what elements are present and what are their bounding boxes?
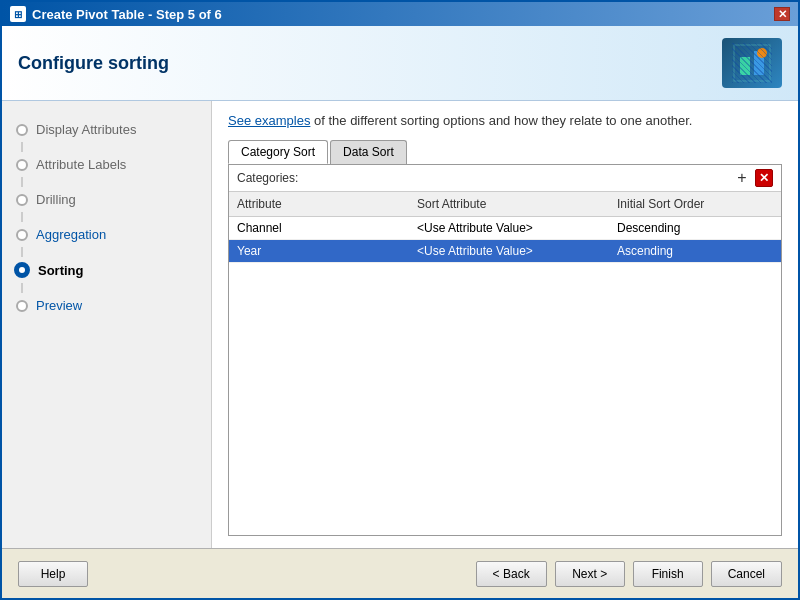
step-connector-4: [21, 247, 23, 257]
step-dot-attribute-labels: [16, 159, 28, 171]
svg-rect-2: [754, 51, 764, 75]
table-container: Categories: + ✕ Attribute Sort Attribute…: [228, 164, 782, 536]
see-examples-link[interactable]: See examples: [228, 113, 310, 128]
title-bar: ⊞ Create Pivot Table - Step 5 of 6 ✕: [2, 2, 798, 26]
step-connector-5: [21, 283, 23, 293]
next-button[interactable]: Next >: [555, 561, 625, 587]
table-header-row: Categories: + ✕: [229, 165, 781, 192]
title-bar-left: ⊞ Create Pivot Table - Step 5 of 6: [10, 6, 222, 22]
svg-rect-0: [734, 45, 770, 81]
sidebar-item-preview[interactable]: Preview: [2, 293, 211, 318]
remove-row-button[interactable]: ✕: [755, 169, 773, 187]
info-rest-text: of the different sorting options and how…: [310, 113, 692, 128]
table-actions: + ✕: [733, 169, 773, 187]
footer-right: < Back Next > Finish Cancel: [476, 561, 782, 587]
sidebar-label-attribute-labels: Attribute Labels: [36, 157, 126, 172]
data-table: Attribute Sort Attribute Initial Sort Or…: [229, 192, 781, 535]
sidebar-item-aggregation[interactable]: Aggregation: [2, 222, 211, 247]
table-row[interactable]: Channel <Use Attribute Value> Descending: [229, 217, 781, 240]
categories-label: Categories:: [237, 171, 298, 185]
main-window: ⊞ Create Pivot Table - Step 5 of 6 ✕ Con…: [0, 0, 800, 600]
sidebar-item-sorting: Sorting: [2, 257, 211, 283]
tab-data-sort[interactable]: Data Sort: [330, 140, 407, 164]
cell-attribute-channel: Channel: [229, 217, 409, 239]
sidebar-item-attribute-labels: Attribute Labels: [2, 152, 211, 177]
step-connector-2: [21, 177, 23, 187]
step-dot-sorting: [14, 262, 30, 278]
cell-attribute-year: Year: [229, 240, 409, 262]
sidebar-item-display-attributes: Display Attributes: [2, 117, 211, 142]
help-button[interactable]: Help: [18, 561, 88, 587]
back-button[interactable]: < Back: [476, 561, 547, 587]
sidebar-label-drilling: Drilling: [36, 192, 76, 207]
col-header-initial-sort-order: Initial Sort Order: [609, 195, 781, 213]
svg-rect-1: [740, 57, 750, 75]
col-header-attribute: Attribute: [229, 195, 409, 213]
window-title: Create Pivot Table - Step 5 of 6: [32, 7, 222, 22]
cell-sort-order-channel: Descending: [609, 217, 781, 239]
sidebar-label-preview: Preview: [36, 298, 82, 313]
app-logo: [722, 38, 782, 88]
svg-point-3: [757, 48, 767, 58]
step-connector-1: [21, 142, 23, 152]
cell-sort-attribute-channel: <Use Attribute Value>: [409, 217, 609, 239]
footer-left: Help: [18, 561, 88, 587]
main-content: See examples of the different sorting op…: [212, 101, 798, 548]
page-title: Configure sorting: [18, 53, 169, 74]
col-header-sort-attribute: Sort Attribute: [409, 195, 609, 213]
sidebar: Display Attributes Attribute Labels Dril…: [2, 101, 212, 548]
step-dot-aggregation: [16, 229, 28, 241]
app-icon: ⊞: [10, 6, 26, 22]
footer: Help < Back Next > Finish Cancel: [2, 548, 798, 598]
step-connector-3: [21, 212, 23, 222]
cancel-button[interactable]: Cancel: [711, 561, 782, 587]
tab-category-sort[interactable]: Category Sort: [228, 140, 328, 164]
main-body: Display Attributes Attribute Labels Dril…: [2, 101, 798, 548]
step-dot-drilling: [16, 194, 28, 206]
sidebar-label-aggregation: Aggregation: [36, 227, 106, 242]
info-text: See examples of the different sorting op…: [228, 113, 782, 128]
sidebar-item-drilling: Drilling: [2, 187, 211, 212]
close-button[interactable]: ✕: [774, 7, 790, 21]
table-row[interactable]: Year <Use Attribute Value> Ascending: [229, 240, 781, 263]
column-headers: Attribute Sort Attribute Initial Sort Or…: [229, 192, 781, 217]
cell-sort-attribute-year: <Use Attribute Value>: [409, 240, 609, 262]
header-area: Configure sorting: [2, 26, 798, 101]
cell-sort-order-year: Ascending: [609, 240, 781, 262]
tab-bar: Category Sort Data Sort: [228, 140, 782, 164]
sidebar-label-sorting: Sorting: [38, 263, 84, 278]
add-row-button[interactable]: +: [733, 169, 751, 187]
step-dot-preview: [16, 300, 28, 312]
finish-button[interactable]: Finish: [633, 561, 703, 587]
step-dot-display-attributes: [16, 124, 28, 136]
sidebar-label-display-attributes: Display Attributes: [36, 122, 136, 137]
